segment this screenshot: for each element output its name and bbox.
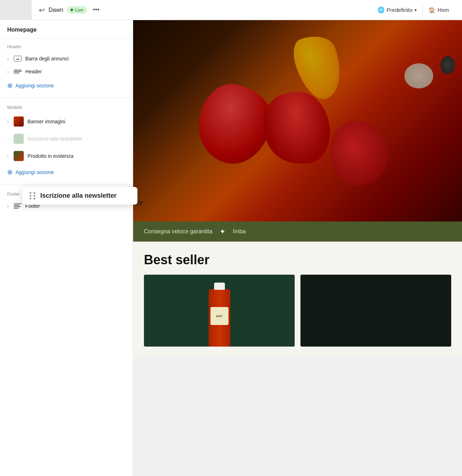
sidebar-item-header[interactable]: › Header bbox=[0, 65, 133, 78]
bottle-label-1: HOT bbox=[210, 307, 228, 325]
banner-label: Banner immagini bbox=[27, 119, 126, 124]
announcement-text-2: Imba bbox=[233, 228, 246, 235]
prodotto-thumb bbox=[14, 151, 24, 161]
drag-tooltip: Iscrizione alla newsletter ☞ bbox=[22, 187, 137, 205]
section-group-header: Header › ▬ Barra degli annunci › Header … bbox=[0, 38, 133, 96]
chevron-right-icon: › bbox=[7, 69, 9, 74]
live-label: Live bbox=[75, 7, 83, 13]
add-section-header-label: Aggiungi sezione bbox=[15, 83, 54, 88]
content-area: Consegna veloce garantita ✦ Imba Best se… bbox=[133, 20, 462, 476]
divider-2 bbox=[0, 184, 133, 184]
predefinito-button[interactable]: 🌐 Predefinito ▾ bbox=[372, 6, 423, 13]
best-seller-title: Best seller bbox=[144, 252, 451, 267]
sidebar-item-prodotto[interactable]: › Prodotto in evidenza bbox=[0, 147, 133, 165]
section-label-modello: Modello bbox=[0, 99, 133, 113]
add-section-modello-label: Aggiungi sezione bbox=[15, 169, 54, 175]
live-dot bbox=[71, 9, 73, 11]
prodotto-label: Prodotto in evidenza bbox=[27, 153, 126, 159]
home-icon: 🏠 bbox=[429, 7, 435, 13]
sidebar-page-title: Homepage bbox=[0, 20, 133, 38]
sidebar-item-announce[interactable]: › ▬ Barra degli annunci bbox=[0, 52, 133, 65]
footer-icon bbox=[14, 203, 22, 209]
preview: Consegna veloce garantita ✦ Imba Best se… bbox=[133, 20, 462, 476]
add-section-modello-button[interactable]: ⊕ Aggiungi sezione bbox=[0, 165, 133, 180]
section-group-modello: Modello › Banner immagini › Iscrizione a… bbox=[0, 99, 133, 183]
drag-tooltip-label: Iscrizione alla newsletter bbox=[40, 192, 117, 200]
top-bar-left: ↩ Dawn Live ••• bbox=[39, 6, 100, 14]
plus-icon: ⊕ bbox=[7, 82, 13, 90]
chevron-right-icon: › bbox=[7, 154, 9, 159]
header-icon bbox=[14, 70, 22, 73]
bottle-1: HOT bbox=[209, 289, 230, 347]
live-badge: Live bbox=[67, 6, 87, 14]
page-content: Best seller HOT bbox=[133, 242, 462, 357]
home-label: Hom bbox=[438, 7, 449, 13]
section-label-header: Header bbox=[0, 38, 133, 52]
dark-overlay bbox=[133, 20, 462, 221]
announcement-text-1: Consegna veloce garantita bbox=[144, 228, 212, 235]
hero-image bbox=[133, 20, 462, 221]
sidebar: Homepage Header › ▬ Barra degli annunci … bbox=[0, 20, 133, 476]
newsletter-label: Iscrizione alla newsletter bbox=[27, 136, 126, 142]
drag-cursor-icon: ☞ bbox=[137, 199, 144, 208]
product-card-2 bbox=[300, 275, 451, 347]
header-label: Header bbox=[25, 69, 126, 74]
chevron-right-icon: › bbox=[7, 203, 9, 209]
more-button[interactable]: ••• bbox=[93, 6, 100, 14]
announce-icon: ▬ bbox=[14, 56, 22, 61]
product-grid: HOT bbox=[144, 275, 451, 347]
divider-1 bbox=[0, 97, 133, 98]
predefinito-label: Predefinito bbox=[387, 7, 413, 13]
home-button[interactable]: 🏠 Hom bbox=[423, 7, 455, 13]
sidebar-item-newsletter[interactable]: › Iscrizione alla newsletter bbox=[0, 130, 133, 147]
globe-icon: 🌐 bbox=[377, 6, 385, 13]
announce-label: Barra degli annunci bbox=[25, 56, 126, 61]
banner-thumb bbox=[14, 116, 24, 127]
drag-handle-icon bbox=[30, 192, 36, 200]
newsletter-thumb bbox=[14, 134, 24, 144]
plus-icon: ⊕ bbox=[7, 168, 13, 176]
announcement-bar: Consegna veloce garantita ✦ Imba bbox=[133, 221, 462, 242]
star-icon: ✦ bbox=[219, 227, 226, 236]
product-card-1: HOT bbox=[144, 275, 295, 347]
top-bar: ↩ Dawn Live ••• 🌐 Predefinito ▾ 🏠 Hom bbox=[32, 0, 462, 20]
chevron-down-icon: ▾ bbox=[415, 8, 417, 13]
chevron-right-icon: › bbox=[7, 136, 9, 142]
chevron-right-icon: › bbox=[7, 119, 9, 124]
bottle-cap-1 bbox=[214, 283, 225, 290]
back-icon[interactable]: ↩ bbox=[39, 6, 45, 14]
hero-section bbox=[133, 20, 462, 221]
product-image-2 bbox=[300, 275, 451, 347]
add-section-header-button[interactable]: ⊕ Aggiungi sezione bbox=[0, 78, 133, 93]
top-bar-right: 🌐 Predefinito ▾ 🏠 Hom bbox=[372, 5, 455, 15]
theme-name: Dawn bbox=[49, 7, 63, 13]
chevron-right-icon: › bbox=[7, 56, 9, 61]
sidebar-item-banner[interactable]: › Banner immagini bbox=[0, 113, 133, 130]
main-layout: Homepage Header › ▬ Barra degli annunci … bbox=[0, 20, 462, 476]
product-image-1: HOT bbox=[144, 275, 295, 347]
